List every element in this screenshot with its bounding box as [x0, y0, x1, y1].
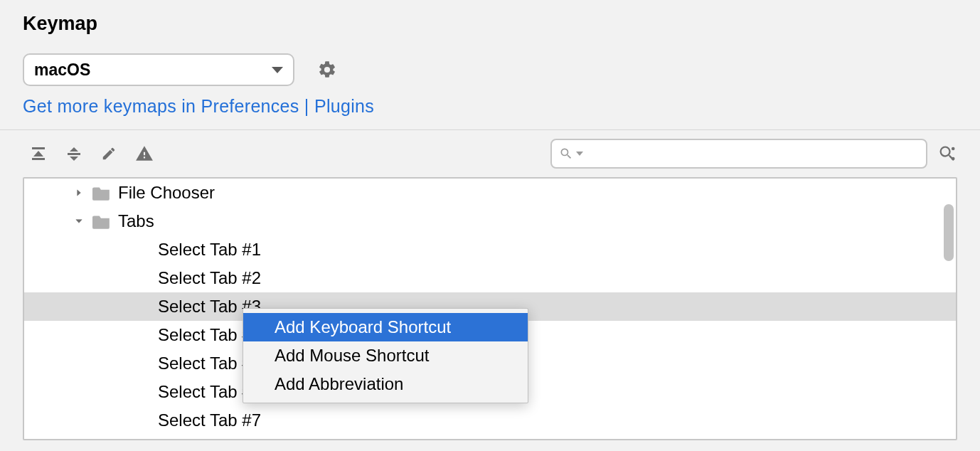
tree-leaf[interactable]: Select Tab #7	[24, 406, 956, 435]
warning-icon[interactable]	[135, 144, 154, 163]
svg-rect-0	[32, 147, 45, 149]
search-icon	[559, 147, 573, 161]
svg-marker-1	[33, 151, 43, 156]
tree-folder-label: File Chooser	[118, 183, 215, 203]
chevron-right-icon	[73, 186, 85, 199]
search-input-container[interactable]	[550, 139, 927, 169]
page-title: Keymap	[23, 13, 957, 35]
expand-all-icon[interactable]	[30, 145, 47, 162]
edit-icon[interactable]	[101, 146, 117, 161]
tree-leaf-label: Select Tab #2	[158, 268, 261, 288]
keymap-tree[interactable]: File Chooser Tabs Select Tab #1 Select T…	[23, 177, 957, 440]
svg-rect-4	[68, 153, 80, 155]
gear-icon[interactable]	[317, 60, 337, 80]
menu-item-add-mouse-shortcut[interactable]: Add Mouse Shortcut	[243, 341, 528, 370]
svg-marker-3	[70, 147, 78, 152]
search-input[interactable]	[586, 144, 919, 163]
folder-icon	[92, 213, 111, 229]
tree-folder-tabs[interactable]: Tabs	[24, 207, 956, 235]
tree-leaf-label: Select Tab #1	[158, 240, 261, 260]
tree-leaf-label: Select Tab #7	[158, 410, 261, 430]
menu-item-add-keyboard-shortcut[interactable]: Add Keyboard Shortcut	[243, 313, 528, 341]
find-shortcut-icon[interactable]	[937, 144, 957, 164]
get-more-keymaps-link[interactable]: Get more keymaps in Preferences | Plugin…	[23, 96, 957, 117]
keymap-select-value: macOS	[34, 60, 90, 80]
context-menu: Add Keyboard Shortcut Add Mouse Shortcut…	[243, 308, 528, 403]
keymap-select[interactable]: macOS	[23, 53, 294, 86]
collapse-all-icon[interactable]	[65, 145, 82, 162]
tree-folder-label: Tabs	[118, 211, 154, 231]
tree-leaf[interactable]: Select Tab #1	[24, 235, 956, 264]
svg-point-6	[952, 147, 955, 151]
link-text: Get more keymaps in Preferences | Plugin…	[23, 96, 374, 116]
svg-rect-2	[32, 158, 45, 160]
menu-item-add-abbreviation[interactable]: Add Abbreviation	[243, 370, 528, 398]
chevron-down-icon	[73, 215, 85, 228]
tree-folder-file-chooser[interactable]: File Chooser	[24, 179, 956, 207]
search-options-dropdown-icon[interactable]	[576, 152, 583, 156]
svg-marker-5	[70, 156, 78, 161]
folder-icon	[92, 185, 111, 201]
svg-point-7	[952, 157, 955, 161]
chevron-down-icon	[272, 67, 283, 73]
tree-leaf[interactable]: Select Tab #2	[24, 264, 956, 292]
